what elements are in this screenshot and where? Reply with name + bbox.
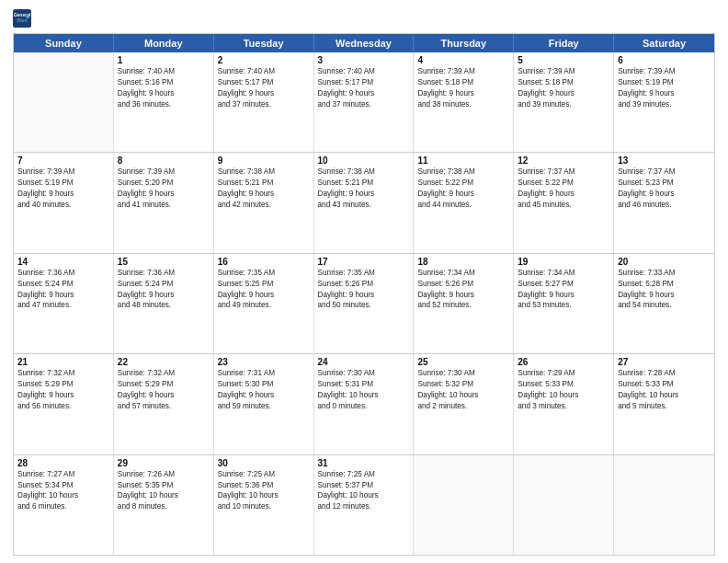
day-number: 23: [218, 357, 310, 367]
cell-line: and 36 minutes.: [118, 99, 210, 110]
cal-cell: 14Sunrise: 7:36 AMSunset: 5:24 PMDayligh…: [14, 254, 114, 353]
cell-line: Sunrise: 7:30 AM: [417, 368, 509, 379]
cell-line: Sunrise: 7:32 AM: [17, 368, 109, 379]
cell-line: Sunrise: 7:36 AM: [17, 268, 109, 279]
cell-line: Daylight: 9 hours: [118, 189, 210, 200]
cell-line: Daylight: 10 hours: [417, 390, 509, 401]
logo-icon: General Blue: [13, 9, 31, 28]
cal-cell: 29Sunrise: 7:26 AMSunset: 5:35 PMDayligh…: [114, 455, 214, 555]
cell-line: Sunrise: 7:39 AM: [518, 66, 609, 77]
cal-cell: 10Sunrise: 7:38 AMSunset: 5:21 PMDayligh…: [314, 153, 415, 252]
cell-line: Daylight: 10 hours: [618, 390, 711, 401]
cell-line: Sunrise: 7:30 AM: [318, 368, 410, 379]
cell-line: and 45 minutes.: [518, 200, 609, 211]
cell-line: Daylight: 10 hours: [318, 490, 410, 501]
cal-cell: 9Sunrise: 7:38 AMSunset: 5:21 PMDaylight…: [214, 153, 314, 252]
cell-line: Daylight: 9 hours: [218, 390, 310, 401]
cell-line: Sunset: 5:29 PM: [17, 379, 109, 390]
cell-line: and 52 minutes.: [417, 300, 509, 311]
cell-line: Sunrise: 7:40 AM: [118, 66, 210, 77]
cell-line: Daylight: 9 hours: [118, 290, 210, 301]
cell-line: Sunset: 5:23 PM: [618, 178, 711, 189]
cell-line: Daylight: 9 hours: [518, 189, 609, 200]
header-cell-sunday: Sunday: [14, 34, 114, 52]
day-number: 12: [518, 155, 609, 166]
cell-line: Sunset: 5:31 PM: [318, 379, 410, 390]
cal-cell: 15Sunrise: 7:36 AMSunset: 5:24 PMDayligh…: [114, 254, 214, 353]
logo: General Blue: [13, 9, 31, 28]
svg-text:General: General: [14, 12, 31, 17]
cell-line: Sunset: 5:32 PM: [417, 379, 509, 390]
cell-line: Sunrise: 7:26 AM: [118, 469, 210, 480]
cell-line: Sunrise: 7:40 AM: [218, 66, 310, 77]
cell-line: Sunrise: 7:34 AM: [417, 268, 509, 279]
cell-line: Sunset: 5:21 PM: [318, 178, 410, 189]
cell-line: Daylight: 10 hours: [17, 490, 109, 501]
cell-line: Sunset: 5:22 PM: [518, 178, 609, 189]
cal-cell: 17Sunrise: 7:35 AMSunset: 5:26 PMDayligh…: [314, 254, 415, 353]
cell-line: Daylight: 9 hours: [618, 88, 711, 99]
cell-line: and 37 minutes.: [218, 99, 310, 110]
cell-line: Sunrise: 7:35 AM: [318, 268, 410, 279]
cal-cell: 5Sunrise: 7:39 AMSunset: 5:18 PMDaylight…: [514, 52, 614, 152]
cell-line: and 6 minutes.: [17, 501, 109, 512]
cell-line: Daylight: 9 hours: [618, 290, 711, 301]
day-number: 25: [417, 357, 509, 367]
cell-line: Sunset: 5:26 PM: [417, 279, 509, 290]
day-number: 3: [318, 55, 410, 65]
cell-line: Sunrise: 7:28 AM: [618, 368, 711, 379]
cal-cell: 26Sunrise: 7:29 AMSunset: 5:33 PMDayligh…: [514, 354, 614, 454]
cell-line: Sunset: 5:17 PM: [218, 77, 310, 88]
day-number: 10: [318, 155, 410, 166]
day-number: 13: [618, 155, 711, 166]
cal-cell: 23Sunrise: 7:31 AMSunset: 5:30 PMDayligh…: [214, 354, 314, 454]
cell-line: Sunset: 5:22 PM: [417, 178, 509, 189]
week-row-3: 14Sunrise: 7:36 AMSunset: 5:24 PMDayligh…: [14, 254, 714, 354]
cell-line: Sunset: 5:17 PM: [318, 77, 410, 88]
cell-line: Daylight: 9 hours: [118, 390, 210, 401]
day-number: 22: [118, 357, 210, 367]
header-cell-friday: Friday: [514, 34, 614, 52]
cell-line: and 44 minutes.: [417, 200, 509, 211]
cal-cell: 21Sunrise: 7:32 AMSunset: 5:29 PMDayligh…: [14, 354, 114, 454]
header-cell-thursday: Thursday: [414, 34, 514, 52]
cal-cell: 28Sunrise: 7:27 AMSunset: 5:34 PMDayligh…: [14, 455, 114, 555]
cell-line: Sunrise: 7:38 AM: [417, 167, 509, 178]
cell-line: Sunset: 5:25 PM: [218, 279, 310, 290]
cell-line: Sunrise: 7:39 AM: [118, 167, 210, 178]
cal-cell: [614, 455, 714, 555]
week-row-5: 28Sunrise: 7:27 AMSunset: 5:34 PMDayligh…: [14, 455, 714, 555]
cell-line: and 39 minutes.: [518, 99, 609, 110]
cell-line: and 40 minutes.: [17, 200, 109, 211]
cell-line: and 49 minutes.: [218, 300, 310, 311]
cell-line: and 38 minutes.: [417, 99, 509, 110]
cell-line: and 53 minutes.: [518, 300, 609, 311]
cell-line: Sunrise: 7:34 AM: [518, 268, 609, 279]
cell-line: Sunrise: 7:27 AM: [17, 469, 109, 480]
cell-line: and 43 minutes.: [318, 200, 410, 211]
cal-cell: 20Sunrise: 7:33 AMSunset: 5:28 PMDayligh…: [614, 254, 714, 353]
cell-line: Daylight: 9 hours: [17, 189, 109, 200]
cell-line: Daylight: 9 hours: [218, 290, 310, 301]
cell-line: Daylight: 9 hours: [417, 88, 509, 99]
cal-cell: 30Sunrise: 7:25 AMSunset: 5:36 PMDayligh…: [214, 455, 314, 555]
cell-line: Sunrise: 7:40 AM: [318, 66, 410, 77]
header-cell-saturday: Saturday: [614, 34, 714, 52]
cell-line: Sunrise: 7:25 AM: [318, 469, 410, 480]
cell-line: Daylight: 9 hours: [118, 88, 210, 99]
cal-cell: 19Sunrise: 7:34 AMSunset: 5:27 PMDayligh…: [514, 254, 614, 353]
day-number: 28: [17, 458, 109, 468]
cell-line: and 56 minutes.: [17, 401, 109, 412]
cell-line: Sunrise: 7:37 AM: [518, 167, 609, 178]
cell-line: and 2 minutes.: [417, 401, 509, 412]
cell-line: and 57 minutes.: [118, 401, 210, 412]
cell-line: Sunset: 5:16 PM: [118, 77, 210, 88]
cal-cell: 24Sunrise: 7:30 AMSunset: 5:31 PMDayligh…: [314, 354, 415, 454]
day-number: 26: [518, 357, 609, 367]
day-number: 20: [618, 257, 711, 267]
cell-line: Sunset: 5:21 PM: [218, 178, 310, 189]
cell-line: and 10 minutes.: [218, 501, 310, 512]
cell-line: and 5 minutes.: [618, 401, 711, 412]
cell-line: and 54 minutes.: [618, 300, 711, 311]
cal-cell: 11Sunrise: 7:38 AMSunset: 5:22 PMDayligh…: [414, 153, 514, 252]
